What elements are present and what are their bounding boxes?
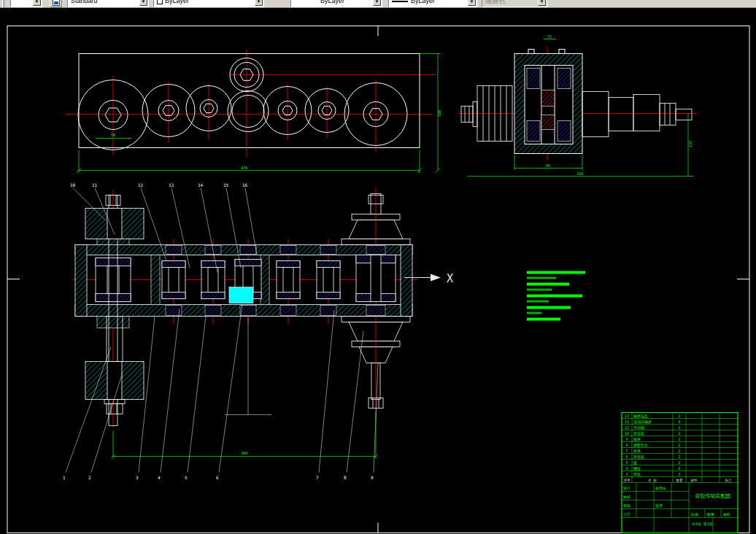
field-design: 设计 [622,486,630,490]
chevron-down-icon[interactable]: ▼ [255,0,263,6]
callout-number: 9 [371,475,374,480]
side-section-view [458,47,697,161]
bom-qty: 2 [678,472,680,476]
dim-text: 470 [241,166,247,170]
lineweight-combo-value: ByLayer [411,0,435,4]
chevron-down-icon: ▼ [538,0,546,6]
style-combo[interactable]: Standard ▼ [67,0,149,7]
arrow-icon [431,274,441,282]
callout-number: 11 [92,182,98,187]
bom-no: 5 [625,460,628,465]
bom-qty: 2 [678,414,680,418]
field-qty: 数量 [707,512,714,516]
bom-name: 带轮 [633,472,641,477]
chevron-down-icon[interactable]: ▼ [468,0,476,6]
bom-header: 名 称 [648,479,657,482]
style-combo-value: Standard [71,0,98,4]
bom-qty: 2 [678,449,680,453]
plotstyle-combo-value: 随颜色 [485,0,505,4]
layer-properties-icon[interactable] [50,0,62,7]
plotstyle-combo: 随颜色 ▼ [482,0,547,7]
selected-part-highlight[interactable] [229,287,253,303]
dim-text: 168 [437,110,441,117]
drawing-canvas[interactable]: X 10 11 12 13 14 15 16 1 2 [0,8,756,534]
field-approve: 批准 [655,503,663,508]
field-audit: 审核 [623,503,630,508]
color-swatch [157,0,163,4]
callout-number: 4 [158,475,161,480]
field-material: 材料 [722,512,730,517]
bom-no: 13 [625,414,629,418]
callout-number: 8 [344,475,347,480]
bom-no: 6 [625,454,628,459]
toolbar-grip[interactable] [2,0,4,8]
callout-number: 15 [223,182,229,187]
drawing-title: 齿轮传动装配图 [695,493,731,499]
bom-name: 轴承端盖 [633,414,648,419]
color-combo-value: ByLayer [165,0,189,4]
bom-no: 9 [625,437,628,441]
field-process: 工艺 [623,512,630,516]
bom-no: 12 [625,419,629,424]
bom-name: 直齿轮 [633,454,644,460]
callout-number: 10 [70,182,76,187]
callout-number: 1 [63,475,66,480]
bom-header: 材料 [690,479,698,483]
callout-number: 5 [185,475,188,480]
bom-name: 螺栓 [633,466,641,471]
bom-name: 调整垫片 [633,443,648,448]
linetype-combo[interactable]: ByLayer ▼ [290,0,382,7]
mini-combo[interactable]: ▼ [10,0,42,7]
callout-number: 13 [169,182,174,187]
bom-header: 备注 [725,479,733,482]
dim-text: 95 [546,163,550,168]
lineweight-sample [392,1,408,2]
bom-qty: 1 [678,437,680,441]
x-axis-label: X [447,272,453,285]
bom-no: 10 [625,431,629,436]
dim-text: 137 [688,141,693,147]
linetype-combo-value: ByLayer [320,0,344,4]
bom-qty: 2 [678,443,680,447]
bom-header: 数量 [676,479,684,482]
bom-qty: 2 [678,431,680,436]
color-combo[interactable]: ByLayer ▼ [153,0,264,7]
dim-text: 72 [547,34,552,39]
bom-no: 7 [625,449,628,453]
bom-no: 4 [625,466,628,471]
bom-name: 键 [633,460,637,465]
bom-name: 传动轴 [633,425,644,430]
bom-no: 8 [625,443,628,447]
field-check: 校核 [622,495,630,499]
callout-number: 2 [88,475,91,480]
main-section-view [73,188,417,427]
chevron-down-icon[interactable]: ▼ [33,0,41,6]
callout-number: 7 [316,475,319,480]
field-sheet: 共1张 第1张 [692,522,713,527]
chevron-down-icon[interactable]: ▼ [373,0,381,6]
lineweight-combo[interactable]: ByLayer ▼ [388,0,477,7]
tech-notes [527,271,585,321]
dim-text: 310 [576,171,583,176]
bom-no: 11 [625,425,629,430]
callout-number: 14 [198,182,204,187]
bom-name: 深沟球轴承 [633,419,652,425]
bom-qty: 6 [678,466,680,471]
callout-number: 16 [242,182,248,187]
bom-qty: 1 [678,425,680,430]
top-toolbar: ▼ Standard ▼ ByLayer ▼ ByLayer ▼ ByLayer… [0,0,756,8]
top-view-gear-train [66,50,436,158]
dim-text: 360 [241,451,247,455]
chevron-down-icon[interactable]: ▼ [139,0,147,6]
bom-name: 箱体 [633,437,641,441]
bom-name: 套筒 [633,449,641,453]
bom-name: 直齿轮 [633,431,644,436]
callout-number: 3 [136,475,139,480]
bom-qty: 2 [678,454,680,459]
title-block: 13 轴承端盖 2 12 深沟球轴承 4 11 传动轴 1 10 直齿轮 2 9… [622,413,738,533]
bom-header: 序号 [624,479,631,482]
bom-qty: 2 [678,460,680,465]
field-std: 标准化 [655,486,666,491]
callout-number: 12 [138,182,144,187]
bom-qty: 4 [678,419,680,424]
